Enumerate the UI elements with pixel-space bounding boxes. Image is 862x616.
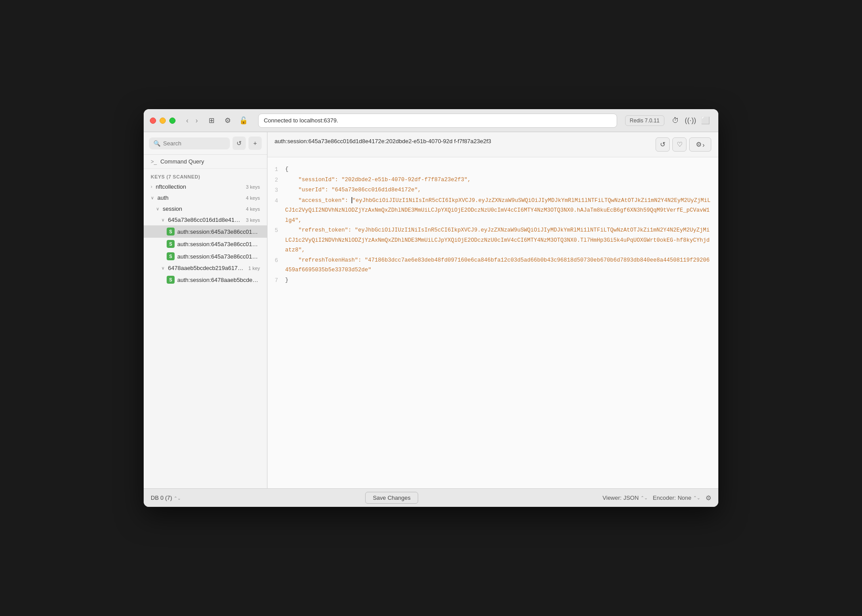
code-area[interactable]: 1 { 2 "sessionId": "202dbde2-e51b-4070-9… [267, 157, 718, 488]
chevron-down-icon: ∨ [161, 217, 164, 222]
titlebar-icons: ⊞ ⚙ 🔓 [205, 114, 250, 127]
chevron-down-icon: ∨ [161, 266, 164, 270]
sidebar: 🔍 ↺ + >_ Command Query KEYS (7 SCANNED) … [144, 132, 267, 488]
tree-item-session-id-2[interactable]: ∨ 6478aaeb5bcdecb219a61774 1 key [144, 262, 267, 274]
db-selector[interactable]: DB 0 (7) ⌃⌄ [151, 494, 181, 501]
command-query-label: Command Query [160, 158, 204, 165]
db-label: DB 0 (7) [151, 494, 172, 501]
status-bar: DB 0 (7) ⌃⌄ Save Changes Viewer: JSON ⌃⌄… [144, 488, 718, 507]
chevron-down-icon: ∨ [151, 195, 154, 200]
encoder-arrow-icon: ⌃⌄ [693, 495, 700, 500]
line-number: 2 [267, 175, 285, 186]
save-changes-button[interactable]: Save Changes [365, 492, 418, 504]
viewer-value: JSON [623, 494, 639, 501]
code-line-1: 1 { [267, 164, 718, 175]
tree-item-auth-session-1[interactable]: S auth:session:645a73e86cc016... [144, 225, 267, 238]
settings-icon[interactable]: ⚙ [221, 114, 234, 127]
titlebar: ‹ › ⊞ ⚙ 🔓 Connected to localhost:6379. R… [144, 109, 718, 132]
search-input-wrap[interactable]: 🔍 [149, 137, 230, 149]
line-content: "userId": "645a73e86cc016d1d8e4172e", [285, 185, 718, 195]
tree-item-auth-session-3[interactable]: S auth:session:645a73e86cc016... [144, 250, 267, 262]
tree-item-auth[interactable]: ∨ auth 4 keys [144, 192, 267, 203]
status-right: Viewer: JSON ⌃⌄ Encoder: None ⌃⌄ ⚙ [603, 494, 711, 502]
add-key-button[interactable]: + [248, 137, 262, 150]
string-type-badge: S [167, 276, 175, 284]
key-name: session [163, 205, 241, 212]
sidebar-toggle-icon[interactable]: ⬜ [699, 114, 712, 127]
code-line-5: 5 "refresh_token": "eyJhbGciOiJIUzI1NiIs… [267, 225, 718, 255]
key-count: 3 keys [246, 184, 260, 190]
key-count: 4 keys [246, 206, 260, 212]
key-name: auth:session:645a73e86cc016... [177, 228, 260, 235]
refresh-button[interactable]: ↺ [233, 137, 246, 150]
line-number: 5 [267, 225, 285, 236]
code-line-2: 2 "sessionId": "202dbde2-e51b-4070-92df-… [267, 175, 718, 186]
panel-header: auth:session:645a73e86cc016d1d8e4172e:20… [267, 132, 718, 157]
string-type-badge: S [167, 252, 175, 260]
viewer-label: Viewer: [603, 494, 622, 501]
keys-section: KEYS (7 SCANNED) › nftcollection 3 keys … [144, 169, 267, 488]
titlebar-right-icons: ⏱ ((·)) ⬜ [669, 114, 712, 127]
key-name: auth [157, 194, 241, 201]
refresh-value-button[interactable]: ↺ [656, 137, 670, 152]
history-icon[interactable]: ⏱ [669, 114, 682, 127]
status-left: DB 0 (7) ⌃⌄ [151, 494, 181, 501]
panel-key-name: auth:session:645a73e86cc016d1d8e4172e:20… [275, 137, 491, 145]
chevron-icon: › [702, 141, 705, 148]
key-name: auth:session:6478aaeb5bcdec... [177, 277, 260, 283]
address-bar: Connected to localhost:6379. [258, 114, 617, 128]
main-content: 🔍 ↺ + >_ Command Query KEYS (7 SCANNED) … [144, 132, 718, 488]
db-arrow-icon: ⌃⌄ [174, 496, 181, 501]
line-content: "refresh_token": "eyJhbGciOiJIUzI1NiIsIn… [285, 225, 718, 255]
traffic-lights [150, 118, 175, 124]
encoder-selector[interactable]: Encoder: None ⌃⌄ [653, 494, 700, 501]
string-type-badge: S [167, 240, 175, 248]
wifi-icon[interactable]: ((·)) [684, 114, 697, 127]
tree-item-auth-session-4[interactable]: S auth:session:6478aaeb5bcdec... [144, 274, 267, 286]
app-window: ‹ › ⊞ ⚙ 🔓 Connected to localhost:6379. R… [144, 109, 718, 507]
line-content: "access_token": "eyJhbGciOiJIUzI1NiIsInR… [285, 196, 718, 226]
maximize-button[interactable] [169, 118, 175, 124]
key-count: 1 key [248, 266, 260, 271]
key-settings-button[interactable]: ⚙ › [689, 137, 711, 152]
code-line-6: 6 "refreshTokenHash": "47186b3dcc7ae6e83… [267, 255, 718, 275]
key-name: nftcollection [156, 183, 241, 190]
layout-icon[interactable]: ⊞ [205, 114, 218, 127]
tree-item-auth-session-2[interactable]: S auth:session:645a73e86cc016... [144, 238, 267, 250]
tree-item-session-id-1[interactable]: ∨ 645a73e86cc016d1d8e4172e 3 keys [144, 214, 267, 225]
line-content: "refreshTokenHash": "47186b3dcc7ae6e83de… [285, 255, 718, 275]
key-name: auth:session:645a73e86cc016... [177, 253, 260, 260]
main-panel: auth:session:645a73e86cc016d1d8e4172e:20… [267, 132, 718, 488]
back-button[interactable]: ‹ [183, 115, 191, 126]
search-icon: 🔍 [153, 140, 160, 147]
code-line-3: 3 "userId": "645a73e86cc016d1d8e4172e", [267, 185, 718, 196]
forward-button[interactable]: › [193, 115, 200, 126]
nav-buttons: ‹ › [183, 115, 201, 126]
tree-item-session[interactable]: ∨ session 4 keys [144, 203, 267, 214]
chevron-right-icon: › [151, 184, 152, 189]
code-line-4: 4 "access_token": "eyJhbGciOiJIUzI1NiIsI… [267, 196, 718, 226]
connection-status: Connected to localhost:6379. [264, 117, 338, 124]
line-number: 1 [267, 164, 285, 175]
lock-icon[interactable]: 🔓 [237, 114, 250, 127]
close-button[interactable] [150, 118, 156, 124]
viewer-selector[interactable]: Viewer: JSON ⌃⌄ [603, 494, 648, 501]
panel-actions: ↺ ♡ ⚙ › [656, 137, 711, 152]
command-query-item[interactable]: >_ Command Query [144, 155, 267, 169]
string-type-badge: S [167, 228, 175, 236]
key-count: 3 keys [246, 217, 260, 223]
line-number: 6 [267, 255, 285, 266]
line-number: 4 [267, 196, 285, 206]
minimize-button[interactable] [160, 118, 166, 124]
code-line-7: 7 } [267, 275, 718, 286]
line-number: 7 [267, 275, 285, 286]
search-bar: 🔍 ↺ + [144, 132, 267, 155]
line-number: 3 [267, 185, 285, 196]
tree-item-nftcollection[interactable]: › nftcollection 3 keys [144, 181, 267, 192]
keys-label: KEYS (7 SCANNED) [144, 171, 267, 181]
line-content: } [285, 275, 718, 285]
status-gear-icon[interactable]: ⚙ [706, 494, 711, 502]
key-name: 645a73e86cc016d1d8e4172e [168, 217, 241, 223]
favorite-button[interactable]: ♡ [672, 137, 687, 152]
search-input[interactable] [163, 140, 225, 147]
